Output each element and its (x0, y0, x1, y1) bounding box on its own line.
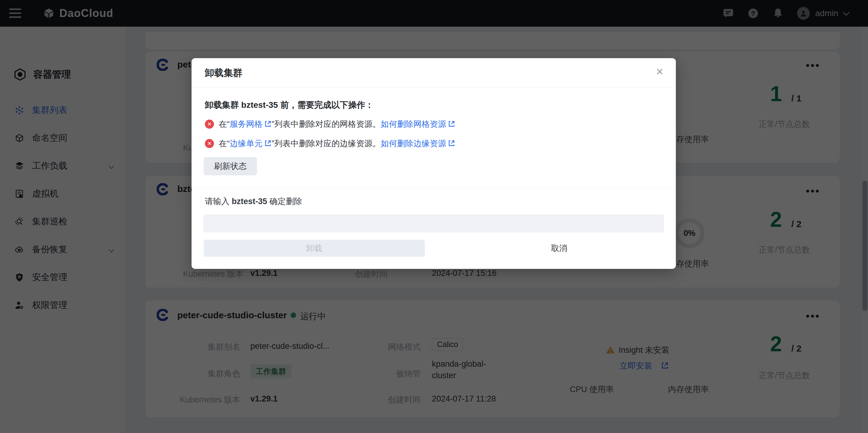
confirm-input[interactable] (204, 215, 664, 232)
intro-cluster-name: bztest-35 (241, 100, 278, 110)
confirm-cluster-name: bztest-35 (232, 197, 267, 206)
modal-title: 卸载集群 (205, 67, 243, 79)
edge-list-link[interactable]: 边缘单元 (230, 139, 262, 148)
check-item-mesh: ✕ 在“服务网格”列表中删除对应的网格资源。如何删除网格资源 (205, 119, 455, 130)
check-text: 在“服务网格”列表中删除对应的网格资源。如何删除网格资源 (219, 119, 455, 130)
cancel-button[interactable]: 取消 (455, 240, 664, 257)
how-to-delete-edge-link[interactable]: 如何删除边缘资源 (381, 139, 446, 148)
intro-prefix: 卸载集群 (205, 100, 241, 110)
external-link-icon (448, 140, 455, 147)
mesh-list-link[interactable]: 服务网格 (230, 120, 262, 129)
check-mid: ”列表中删除对应的边缘资源。 (272, 139, 381, 148)
external-link-icon (264, 140, 272, 147)
divider (191, 188, 676, 188)
check-text: 在“边缘单元”列表中删除对应的边缘资源。如何删除边缘资源 (219, 138, 455, 149)
app-root: DaoCloud ? admin (0, 0, 868, 433)
modal-intro: 卸载集群 bztest-35 前，需要完成以下操作： (205, 99, 374, 111)
check-item-edge: ✕ 在“边缘单元”列表中删除对应的边缘资源。如何删除边缘资源 (205, 138, 455, 149)
refresh-status-button[interactable]: 刷新状态 (204, 157, 257, 175)
intro-suffix: 前，需要完成以下操作： (278, 100, 374, 110)
check-pre: 在“ (219, 120, 230, 129)
uninstall-button[interactable]: 卸载 (204, 240, 425, 257)
how-to-delete-mesh-link[interactable]: 如何删除网格资源 (381, 120, 446, 129)
confirm-prefix: 请输入 (205, 197, 232, 206)
check-mid: ”列表中删除对应的网格资源。 (272, 120, 381, 129)
check-pre: 在“ (219, 139, 230, 148)
close-icon[interactable]: ✕ (655, 66, 664, 77)
confirm-prompt: 请输入 bztest-35 确定删除 (205, 196, 302, 207)
error-circle-icon: ✕ (205, 120, 214, 129)
external-link-icon (264, 120, 272, 128)
error-circle-icon: ✕ (205, 139, 214, 148)
divider (191, 87, 676, 88)
external-link-icon (448, 120, 455, 128)
confirm-suffix: 确定删除 (267, 197, 303, 206)
uninstall-cluster-modal: 卸载集群 ✕ 卸载集群 bztest-35 前，需要完成以下操作： ✕ 在“服务… (191, 58, 676, 269)
